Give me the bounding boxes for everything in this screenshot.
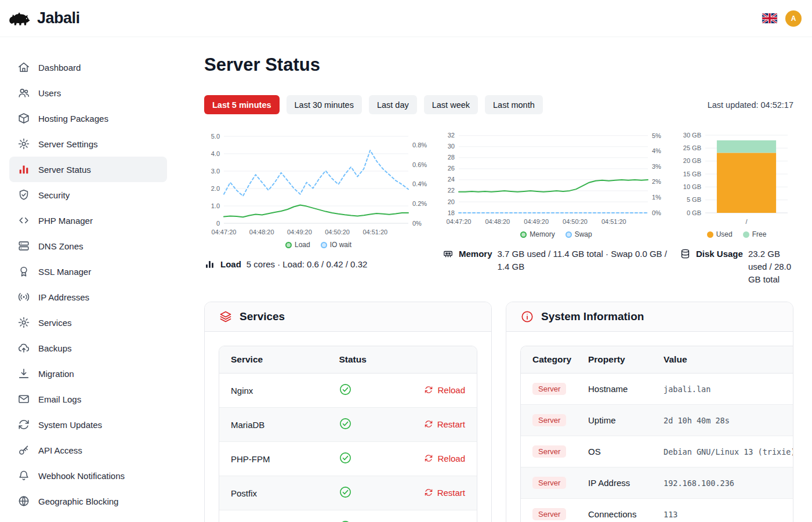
property-cell: Uptime bbox=[577, 405, 652, 436]
sidebar-item-services[interactable]: Services bbox=[9, 310, 167, 335]
services-header-row: ServiceStatus bbox=[219, 346, 477, 374]
disk-stat: Disk Usage 23.2 GB used / 28.0 GB total bbox=[680, 248, 793, 285]
property-cell: Hostname bbox=[577, 374, 652, 405]
database-icon bbox=[680, 248, 691, 259]
memory-chart: 32302826242220185%4%3%2%1%0%04:47:2004:4… bbox=[443, 128, 670, 228]
sidebar-item-dns-zones[interactable]: DNS Zones bbox=[9, 233, 167, 259]
service-row: DovecotRestart bbox=[219, 510, 477, 522]
status-ok-icon bbox=[339, 417, 352, 430]
bar-chart-icon bbox=[17, 163, 30, 176]
legend-free[interactable]: Free bbox=[743, 229, 767, 240]
load-stat-value: 5 cores · Load: 0.6 / 0.42 / 0.32 bbox=[246, 258, 433, 271]
sidebar-item-server-status[interactable]: Server Status bbox=[9, 157, 167, 182]
legend-io-wait[interactable]: IO wait bbox=[321, 240, 351, 250]
services-card-title: Services bbox=[240, 310, 285, 323]
cloud-upload-icon bbox=[17, 342, 30, 354]
svg-text:1.0: 1.0 bbox=[211, 202, 220, 209]
filter-last-5-minutes[interactable]: Last 5 minutes bbox=[204, 95, 280, 114]
service-action-cell: Restart bbox=[394, 408, 477, 442]
svg-text:1%: 1% bbox=[652, 194, 661, 201]
reload-nginx-button[interactable]: Reload bbox=[424, 385, 465, 395]
svg-text:26: 26 bbox=[448, 165, 455, 172]
sidebar-item-hosting-packages[interactable]: Hosting Packages bbox=[9, 106, 167, 131]
code-icon bbox=[17, 214, 30, 227]
svg-text:22: 22 bbox=[448, 187, 455, 194]
load-chart-legend: LoadIO wait bbox=[204, 240, 433, 250]
swap-legend-dot bbox=[566, 231, 572, 238]
filter-last-30-minutes[interactable]: Last 30 minutes bbox=[287, 95, 362, 114]
sidebar-item-api-access[interactable]: API Access bbox=[9, 437, 167, 463]
sidebar-item-geographic-blocking[interactable]: Geographic Blocking bbox=[9, 488, 167, 514]
load-chart-area: 5.04.03.02.01.000.8%0.6%0.4%0.2%0%04:47:… bbox=[204, 128, 433, 238]
load-chart: 5.04.03.02.01.000.8%0.6%0.4%0.2%0%04:47:… bbox=[204, 128, 433, 238]
main-content: Server Status Last 5 minutesLast 30 minu… bbox=[176, 37, 812, 522]
services-table-wrap: ServiceStatus NginxReloadMariaDBRestartP… bbox=[219, 346, 477, 522]
filter-last-month[interactable]: Last month bbox=[485, 95, 543, 114]
svg-text:0.6%: 0.6% bbox=[412, 161, 427, 168]
value-cell: 2d 10h 40m 28s bbox=[652, 405, 793, 436]
io-wait-legend-dot bbox=[321, 242, 327, 248]
category-cell: Server bbox=[521, 374, 577, 405]
sidebar-item-system-updates[interactable]: System Updates bbox=[9, 412, 167, 437]
property-cell: OS bbox=[577, 436, 652, 467]
restart-postfix-button[interactable]: Restart bbox=[424, 488, 465, 498]
boar-logo-icon bbox=[8, 10, 32, 27]
sidebar-item-server-settings[interactable]: Server Settings bbox=[9, 131, 167, 157]
system-info-row: ServerOSDebian GNU/Linux 13 (trixie) bbox=[521, 436, 793, 467]
gear-icon bbox=[17, 316, 30, 329]
restart-mariadb-button[interactable]: Restart bbox=[424, 419, 465, 429]
sidebar-item-label: DNS Zones bbox=[38, 241, 84, 251]
status-ok-icon bbox=[339, 485, 352, 499]
legend-label: Swap bbox=[575, 230, 592, 238]
category-cell: Server bbox=[521, 405, 577, 436]
disk-stat-label: Disk Usage bbox=[696, 248, 743, 260]
filter-last-week[interactable]: Last week bbox=[424, 95, 478, 114]
sidebar-item-php-manager[interactable]: PHP Manager bbox=[9, 208, 167, 233]
sidebar-item-dashboard[interactable]: Dashboard bbox=[9, 55, 167, 80]
service-status-cell bbox=[327, 374, 394, 408]
svg-text:25 GB: 25 GB bbox=[683, 144, 701, 151]
category-cell: Server bbox=[521, 499, 577, 522]
svg-text:04:47:20: 04:47:20 bbox=[212, 229, 237, 235]
disk-stat-value: 23.2 GB used / 28.0 GB total bbox=[748, 248, 793, 285]
legend-memory[interactable]: Memory bbox=[520, 229, 554, 240]
load-stat-label: Load bbox=[220, 258, 241, 271]
memory-chart-panel: 32302826242220185%4%3%2%1%0%04:47:2004:4… bbox=[443, 128, 670, 273]
reload-php-fpm-button[interactable]: Reload bbox=[424, 454, 465, 463]
sidebar-item-webhook-notifications[interactable]: Webhook Notifications bbox=[9, 463, 167, 488]
svg-text:5 GB: 5 GB bbox=[687, 196, 701, 203]
legend-swap[interactable]: Swap bbox=[566, 229, 592, 240]
action-label: Restart bbox=[437, 419, 465, 429]
svg-text:5%: 5% bbox=[652, 132, 661, 139]
reload-icon bbox=[424, 454, 433, 463]
sidebar-item-ip-addresses[interactable]: IP Addresses bbox=[9, 284, 167, 310]
sidebar-item-email-logs[interactable]: Email Logs bbox=[9, 386, 167, 412]
sidebar-item-users[interactable]: Users bbox=[9, 80, 167, 106]
sidebar-item-migration[interactable]: Migration bbox=[9, 361, 167, 386]
action-label: Reload bbox=[437, 454, 465, 463]
svg-text:04:51:20: 04:51:20 bbox=[601, 218, 626, 225]
broadcast-icon bbox=[17, 291, 30, 303]
filter-last-day[interactable]: Last day bbox=[369, 95, 417, 114]
bell-icon bbox=[17, 469, 30, 482]
svg-text:0.4%: 0.4% bbox=[412, 180, 427, 187]
top-bar: Jabali A bbox=[0, 0, 812, 37]
brand[interactable]: Jabali bbox=[8, 9, 80, 27]
sidebar-item-ssl-manager[interactable]: SSL Manager bbox=[9, 259, 167, 284]
disk-chart-panel: 30 GB25 GB20 GB15 GB10 GB5 GB0 GB/ UsedF… bbox=[680, 128, 793, 285]
svg-text:04:51:20: 04:51:20 bbox=[362, 229, 387, 235]
legend-load[interactable]: Load bbox=[285, 240, 310, 250]
value-cell: Debian GNU/Linux 13 (trixie) bbox=[652, 436, 793, 467]
legend-used[interactable]: Used bbox=[707, 229, 733, 240]
system-info-row: ServerConnections113 bbox=[521, 499, 793, 522]
category-badge: Server bbox=[532, 477, 566, 489]
sidebar-item-security[interactable]: Security bbox=[9, 182, 167, 208]
brand-name: Jabali bbox=[37, 9, 80, 27]
avatar[interactable]: A bbox=[785, 10, 802, 27]
svg-text:0.8%: 0.8% bbox=[412, 142, 427, 148]
category-badge: Server bbox=[532, 383, 566, 395]
uk-flag-icon[interactable] bbox=[762, 13, 777, 23]
svg-text:04:50:20: 04:50:20 bbox=[563, 218, 588, 225]
sidebar-item-backups[interactable]: Backups bbox=[9, 335, 167, 361]
service-name: Nginx bbox=[219, 374, 327, 408]
